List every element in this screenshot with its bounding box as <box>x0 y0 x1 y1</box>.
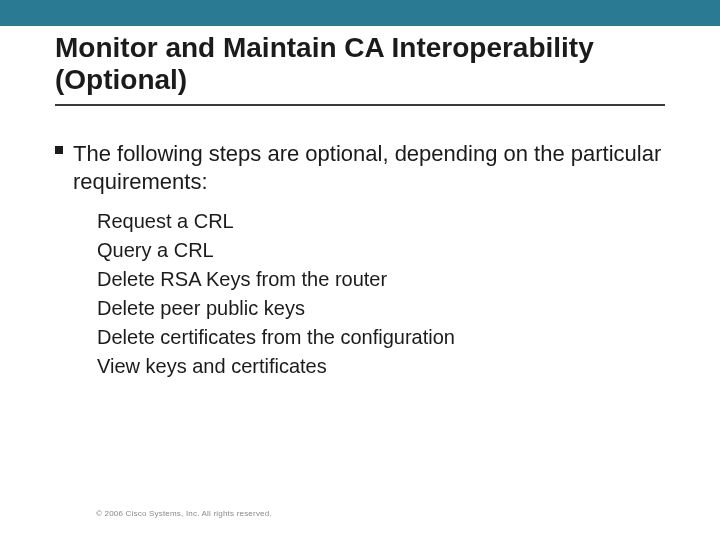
title-underline <box>55 104 665 106</box>
slide: Monitor and Maintain CA Interoperability… <box>0 0 720 540</box>
list-item: Delete certificates from the configurati… <box>97 323 670 352</box>
lead-paragraph: The following steps are optional, depend… <box>55 140 670 195</box>
square-bullet-icon <box>55 146 63 154</box>
list-item: Query a CRL <box>97 236 670 265</box>
lead-text: The following steps are optional, depend… <box>73 141 661 194</box>
list-item: View keys and certificates <box>97 352 670 381</box>
step-list: Request a CRL Query a CRL Delete RSA Key… <box>55 207 670 381</box>
header-bar <box>0 0 720 26</box>
body-content: The following steps are optional, depend… <box>55 140 670 381</box>
list-item: Delete peer public keys <box>97 294 670 323</box>
page-title: Monitor and Maintain CA Interoperability… <box>55 32 680 96</box>
list-item: Request a CRL <box>97 207 670 236</box>
list-item: Delete RSA Keys from the router <box>97 265 670 294</box>
copyright-footer: © 2006 Cisco Systems, Inc. All rights re… <box>96 509 272 518</box>
